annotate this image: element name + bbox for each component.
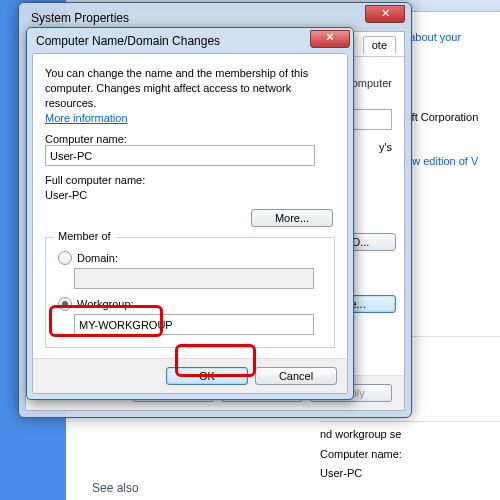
- domain-input: [74, 268, 314, 289]
- close-button[interactable]: ×: [310, 30, 350, 48]
- workgroup-radio[interactable]: [58, 297, 72, 311]
- dialog-title: System Properties: [31, 11, 129, 25]
- edition-link[interactable]: new edition of V: [400, 155, 500, 167]
- sys-line: nd workgroup se: [320, 426, 500, 444]
- tab-remote[interactable]: ote: [363, 36, 396, 54]
- label: omputer: [352, 77, 392, 89]
- computer-name-label: Computer name:: [45, 133, 335, 145]
- see-also-label: See also: [92, 481, 139, 495]
- sys-line: User-PC: [320, 465, 500, 483]
- more-info-link[interactable]: More information: [45, 112, 128, 124]
- label: y's: [379, 141, 392, 153]
- dialog-description: You can change the name and the membersh…: [45, 67, 308, 109]
- workgroup-input[interactable]: [74, 314, 314, 335]
- ok-button[interactable]: OK: [166, 367, 248, 385]
- workgroup-label: Workgroup:: [77, 298, 134, 310]
- computer-name-input[interactable]: [45, 145, 315, 166]
- full-name-value: User-PC: [45, 189, 335, 201]
- dialog-button-row: OK Cancel: [33, 359, 347, 393]
- member-of-group: Member of Domain: Workgroup:: [45, 237, 335, 348]
- domain-label: Domain:: [77, 252, 118, 264]
- close-button[interactable]: ✕: [365, 5, 405, 23]
- sys-line: Computer name:: [320, 446, 500, 464]
- about-link[interactable]: n about your: [400, 31, 500, 43]
- cancel-button[interactable]: Cancel: [255, 367, 337, 385]
- dialog-title: Computer Name/Domain Changes: [36, 34, 220, 48]
- computer-name-dialog: Computer Name/Domain Changes × You can c…: [26, 27, 354, 400]
- more-button[interactable]: More...: [251, 209, 333, 227]
- domain-radio[interactable]: [58, 251, 72, 265]
- copyright-text: soft Corporation: [400, 111, 500, 123]
- group-title: Member of: [54, 230, 115, 242]
- full-name-label: Full computer name:: [45, 174, 335, 186]
